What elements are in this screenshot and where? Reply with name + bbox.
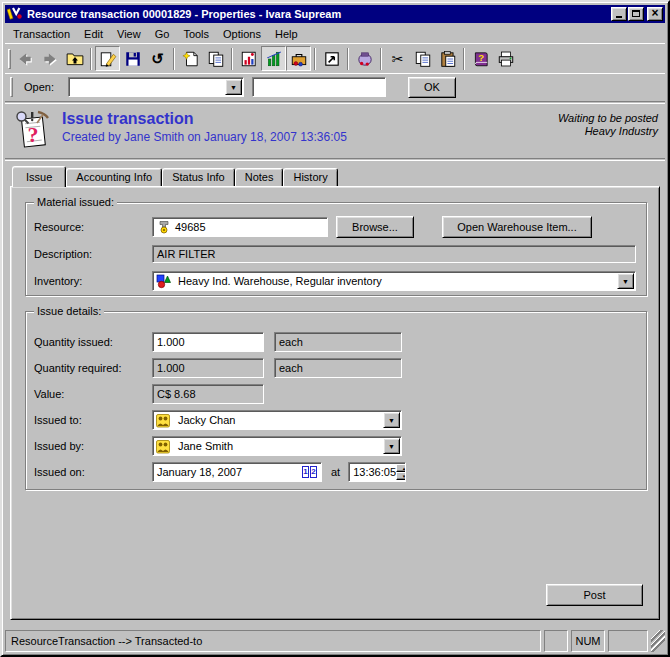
value-field: C$ 8.68 <box>152 384 264 404</box>
edit-button[interactable] <box>95 46 120 71</box>
resize-grip[interactable] <box>651 630 665 652</box>
issued-to-dropdown-button[interactable]: ▼ <box>383 412 400 428</box>
status-bar: ResourceTransaction --> Transacted-to NU… <box>5 630 665 652</box>
description-value: AIR FILTER <box>157 248 215 260</box>
menu-view[interactable]: View <box>111 26 149 42</box>
inventory-icon <box>155 273 171 289</box>
tab-history[interactable]: History <box>283 168 337 186</box>
issued-to-combobox[interactable]: Jacky Chan ▼ <box>152 410 402 430</box>
issued-by-combobox[interactable]: Jane Smith ▼ <box>152 436 402 456</box>
calendar-digit: 1 <box>302 466 309 478</box>
menu-options[interactable]: Options <box>217 26 269 42</box>
data-analysis-button[interactable] <box>261 46 286 71</box>
tab-issue[interactable]: Issue <box>12 166 66 187</box>
svg-text:?: ? <box>478 51 484 62</box>
snapshot-button[interactable] <box>352 46 377 71</box>
menu-tools[interactable]: Tools <box>177 26 217 42</box>
post-button[interactable]: Post <box>546 584 643 606</box>
open-combobox[interactable]: ▼ <box>68 77 244 97</box>
status-line-posted: Waiting to be posted <box>558 112 658 125</box>
shortcut-button[interactable] <box>319 46 344 71</box>
quantity-issued-uom: each <box>279 336 303 348</box>
maximize-button[interactable] <box>628 7 644 21</box>
quantity-required-label: Quantity required: <box>34 362 152 374</box>
issued-to-label: Issued to: <box>34 414 152 426</box>
copy-document-button[interactable] <box>203 46 228 71</box>
spinner-up-icon: ▴ <box>403 466 406 471</box>
spinner-down-button[interactable]: ▾ <box>396 472 406 480</box>
app-window: Resource transaction 00001829 - Properti… <box>0 0 670 657</box>
material-issued-group-label: Material issued: <box>34 196 117 208</box>
issued-by-dropdown-button[interactable]: ▼ <box>383 438 400 454</box>
status-panel-blank <box>544 630 568 652</box>
toolbar-grip[interactable] <box>8 49 11 69</box>
quantity-issued-value: 1.000 <box>157 336 185 348</box>
close-button[interactable]: × <box>647 7 663 21</box>
quantity-required-field: 1.000 <box>152 358 264 378</box>
copy-button[interactable] <box>410 46 435 71</box>
cut-button[interactable]: ✂ <box>385 46 410 71</box>
quantity-required-value: 1.000 <box>157 362 185 374</box>
issue-tab-page: Material issued: Resource: 49685 <box>10 186 660 620</box>
issue-details-group: Issue details: Quantity issued: 1.000 ea… <box>25 311 647 490</box>
forward-icon <box>41 50 59 68</box>
calendar-icon[interactable]: 1 2 <box>302 466 317 478</box>
quantity-issued-field[interactable]: 1.000 <box>152 332 264 352</box>
tab-notes[interactable]: Notes <box>235 168 284 186</box>
back-button[interactable] <box>12 46 37 71</box>
new-document-icon <box>182 50 200 68</box>
print-button[interactable] <box>493 46 518 71</box>
browse-button[interactable]: Browse... <box>336 216 414 238</box>
toolbox-button[interactable] <box>286 46 311 71</box>
menu-transaction[interactable]: Transaction <box>7 26 78 42</box>
forward-button[interactable] <box>37 46 62 71</box>
description-field: AIR FILTER <box>152 245 636 263</box>
paste-button[interactable] <box>435 46 460 71</box>
help-book-button[interactable]: ? <box>468 46 493 71</box>
quantity-issued-uom-field: each <box>274 332 402 352</box>
openbar-grip[interactable] <box>10 77 13 97</box>
open-input[interactable] <box>252 77 386 97</box>
status-message: ResourceTransaction --> Transacted-to <box>5 630 541 652</box>
menu-help[interactable]: Help <box>269 26 306 42</box>
open-warehouse-item-button[interactable]: Open Warehouse Item... <box>442 216 592 238</box>
issued-on-date-field[interactable]: January 18, 2007 1 2 <box>152 462 322 482</box>
open-bar: Open: ▼ OK <box>5 73 665 100</box>
value-row: Value: C$ 8.68 <box>34 384 638 404</box>
quantity-required-uom: each <box>279 362 303 374</box>
issued-on-time-field[interactable]: 13:36:05 ▴ ▾ <box>348 462 406 482</box>
inventory-combobox[interactable]: Heavy Ind. Warehouse, Regular inventory … <box>152 271 636 291</box>
minimize-button[interactable] <box>611 7 627 21</box>
menu-edit[interactable]: Edit <box>78 26 111 42</box>
resource-value: 49685 <box>175 221 206 233</box>
title-bar[interactable]: Resource transaction 00001829 - Properti… <box>5 5 665 23</box>
report-button[interactable] <box>236 46 261 71</box>
description-row: Description: AIR FILTER <box>34 244 638 264</box>
issued-on-date-value: January 18, 2007 <box>157 466 242 478</box>
shortcut-icon <box>323 50 341 68</box>
refresh-button[interactable]: ↺ <box>145 46 170 71</box>
save-button[interactable] <box>120 46 145 71</box>
header-band: ? Issue transaction Created by Jane Smit… <box>2 104 668 157</box>
quantity-issued-label: Quantity issued: <box>34 336 152 348</box>
menu-go[interactable]: Go <box>149 26 178 42</box>
toolbar-separator <box>380 48 382 70</box>
tab-accounting-info[interactable]: Accounting Info <box>66 168 162 186</box>
inventory-row: Inventory: Heavy Ind. Warehouse, Regular… <box>34 271 638 291</box>
time-spinner: ▴ ▾ <box>396 464 406 480</box>
resource-icon <box>157 220 171 234</box>
quantity-required-row: Quantity required: 1.000 each <box>34 358 638 378</box>
open-combobox-dropdown-button[interactable]: ▼ <box>225 79 242 95</box>
inventory-dropdown-button[interactable]: ▼ <box>617 273 634 289</box>
svg-text:?: ? <box>28 122 39 147</box>
ok-button[interactable]: OK <box>408 77 456 98</box>
tab-status-info[interactable]: Status Info <box>162 168 235 186</box>
resource-field[interactable]: 49685 <box>152 217 328 237</box>
new-document-button[interactable] <box>178 46 203 71</box>
tab-zone: Issue Accounting Info Status Info Notes … <box>2 161 668 629</box>
calendar-digit: 2 <box>310 466 317 478</box>
spinner-down-icon: ▾ <box>403 474 406 479</box>
spinner-up-button[interactable]: ▴ <box>396 464 406 472</box>
toolbox-icon <box>290 50 308 68</box>
folder-up-button[interactable] <box>62 46 87 71</box>
